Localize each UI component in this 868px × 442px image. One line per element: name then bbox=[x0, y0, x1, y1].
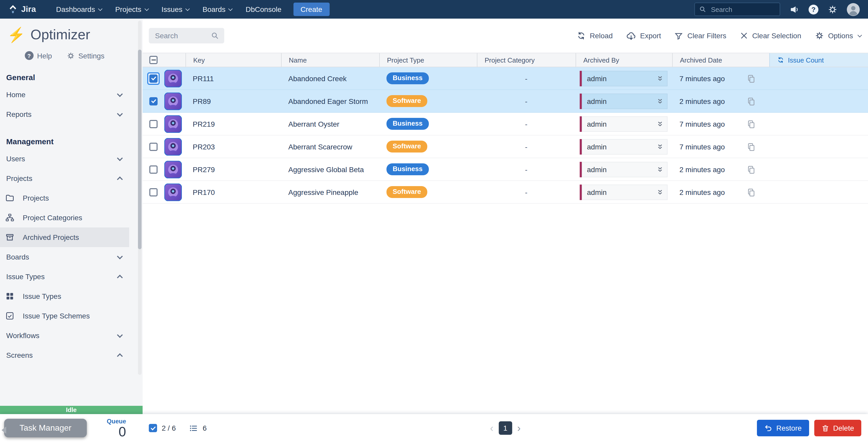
project-category: - bbox=[477, 67, 576, 89]
sidebar-item-issue-types-sub[interactable]: Issue Types bbox=[0, 286, 129, 306]
row-checkbox[interactable] bbox=[149, 142, 158, 151]
sidebar-item-home[interactable]: Home bbox=[0, 85, 129, 105]
navbar-right: ? bbox=[694, 3, 860, 16]
help-icon[interactable]: ? bbox=[809, 4, 818, 14]
sidebar-item-label: Reports bbox=[6, 110, 32, 118]
col-header-project-type[interactable]: Project Type bbox=[379, 53, 477, 67]
sidebar-item-reports[interactable]: Reports bbox=[0, 105, 129, 124]
sidebar-scrollbar-track[interactable] bbox=[138, 21, 142, 375]
sidebar-item-label: Project Categories bbox=[23, 213, 82, 222]
table-row[interactable]: PR219 Aberrant Oyster Business - admin 7… bbox=[143, 113, 868, 136]
col-header-name[interactable]: Name bbox=[281, 53, 379, 67]
archived-by-select[interactable]: admin bbox=[580, 93, 668, 109]
project-key: PR203 bbox=[185, 136, 281, 158]
clear-filters-button[interactable]: Clear Filters bbox=[675, 31, 726, 40]
sidebar-scrollbar-thumb[interactable] bbox=[138, 50, 142, 249]
create-button[interactable]: Create bbox=[293, 3, 330, 16]
sidebar-item-screens[interactable]: Screens bbox=[0, 345, 129, 365]
collapse-sidebar-icon[interactable] bbox=[2, 426, 6, 434]
col-header-avatar bbox=[161, 53, 185, 67]
sidebar-item-issue-type-schemes[interactable]: Issue Type Schemes bbox=[0, 306, 129, 326]
clear-selection-button[interactable]: Clear Selection bbox=[740, 32, 801, 40]
archived-by-select[interactable]: admin bbox=[580, 161, 668, 177]
archived-by-select[interactable]: admin bbox=[580, 139, 668, 154]
current-page-button[interactable]: 1 bbox=[499, 421, 512, 435]
sidebar-item-label: Issue Type Schemes bbox=[23, 312, 90, 320]
project-avatar-icon bbox=[164, 160, 182, 178]
col-header-issue-count[interactable]: Issue Count bbox=[769, 53, 868, 67]
sidebar-item-label: Issue Types bbox=[23, 292, 61, 300]
archived-by-value: admin bbox=[587, 97, 607, 105]
sidebar-item-users[interactable]: Users bbox=[0, 149, 129, 169]
table-search-input[interactable] bbox=[154, 31, 206, 40]
queue-count: 0 bbox=[107, 425, 126, 438]
gear-icon[interactable] bbox=[828, 4, 838, 14]
delete-button[interactable]: Delete bbox=[814, 420, 861, 436]
nav-projects[interactable]: Projects bbox=[108, 0, 155, 19]
row-checkbox[interactable] bbox=[149, 188, 158, 196]
col-header-archived-date[interactable]: Archived Date bbox=[672, 53, 769, 67]
copy-icon[interactable] bbox=[747, 142, 756, 151]
jira-logo[interactable]: Jira bbox=[8, 5, 36, 14]
nav-dbconsole-label: DbConsole bbox=[246, 5, 282, 13]
announcement-icon[interactable] bbox=[789, 4, 799, 14]
footer-selected-checkbox[interactable] bbox=[149, 424, 157, 432]
export-button[interactable]: Export bbox=[626, 31, 661, 40]
archived-by-select[interactable]: admin bbox=[580, 116, 668, 131]
reload-button[interactable]: Reload bbox=[576, 31, 613, 40]
table-row[interactable]: PR170 Aggressive Pineapple Software - ad… bbox=[143, 181, 868, 204]
global-search[interactable] bbox=[694, 3, 780, 16]
nav-dashboards[interactable]: Dashboards bbox=[49, 0, 108, 19]
nav-dbconsole[interactable]: DbConsole bbox=[239, 0, 288, 19]
sidebar-settings-label: Settings bbox=[78, 52, 104, 60]
options-button[interactable]: Options bbox=[815, 31, 862, 40]
export-icon bbox=[626, 31, 636, 40]
sidebar-item-label: Projects bbox=[23, 194, 49, 202]
next-page-button[interactable]: › bbox=[517, 422, 521, 434]
table-row[interactable]: PR203 Aberrant Scarecrow Software - admi… bbox=[143, 136, 868, 158]
chevron-up-icon bbox=[117, 353, 123, 359]
nav-issues[interactable]: Issues bbox=[155, 0, 196, 19]
row-checkbox[interactable] bbox=[149, 97, 158, 105]
sidebar-item-label: Projects bbox=[6, 174, 32, 182]
copy-icon[interactable] bbox=[747, 187, 756, 197]
sidebar-item-workflows[interactable]: Workflows bbox=[0, 326, 129, 345]
col-header-project-category[interactable]: Project Category bbox=[477, 53, 576, 67]
task-manager-button[interactable]: Task Manager bbox=[4, 419, 87, 437]
sidebar-item-projects[interactable]: Projects bbox=[0, 169, 129, 188]
archived-by-select[interactable]: admin bbox=[580, 70, 668, 86]
options-label: Options bbox=[828, 32, 853, 40]
sidebar-item-boards[interactable]: Boards bbox=[0, 247, 129, 267]
col-header-key[interactable]: Key bbox=[185, 53, 281, 67]
sidebar-settings-link[interactable]: Settings bbox=[66, 51, 104, 60]
prev-page-button[interactable]: ‹ bbox=[490, 422, 493, 434]
copy-icon[interactable] bbox=[747, 96, 756, 106]
project-avatar-icon bbox=[164, 183, 182, 201]
table-row[interactable]: PR279 Aggressive Global Beta Business - … bbox=[143, 158, 868, 181]
table-search[interactable] bbox=[149, 28, 224, 43]
select-all-checkbox[interactable] bbox=[149, 56, 158, 64]
archived-by-value: admin bbox=[587, 120, 607, 128]
sidebar-help-link[interactable]: ? Help bbox=[25, 51, 52, 60]
global-search-input[interactable] bbox=[710, 5, 772, 14]
copy-icon[interactable] bbox=[747, 74, 756, 83]
archived-by-select[interactable]: admin bbox=[580, 184, 668, 200]
row-checkbox[interactable] bbox=[149, 74, 158, 83]
copy-icon[interactable] bbox=[747, 119, 756, 128]
table-row[interactable]: PR111 Abandoned Creek Business - admin 7… bbox=[143, 67, 868, 90]
col-header-archived-by[interactable]: Archived By bbox=[576, 53, 672, 67]
copy-icon[interactable] bbox=[747, 165, 756, 174]
table-row[interactable]: PR89 Abandoned Eager Storm Software - ad… bbox=[143, 90, 868, 113]
sidebar-item-archived-projects[interactable]: Archived Projects bbox=[0, 228, 129, 247]
chevron-down-icon bbox=[117, 91, 123, 97]
sidebar-item-issue-types[interactable]: Issue Types bbox=[0, 267, 129, 286]
sidebar-item-project-categories[interactable]: Project Categories bbox=[0, 208, 129, 228]
project-key: PR111 bbox=[185, 67, 281, 89]
row-checkbox[interactable] bbox=[149, 165, 158, 173]
restore-button[interactable]: Restore bbox=[757, 420, 809, 436]
user-avatar[interactable] bbox=[847, 3, 860, 16]
row-checkbox[interactable] bbox=[149, 120, 158, 128]
project-name: Abandoned Creek bbox=[281, 67, 379, 89]
sidebar-item-projects-sub[interactable]: Projects bbox=[0, 188, 129, 208]
nav-boards[interactable]: Boards bbox=[196, 0, 239, 19]
